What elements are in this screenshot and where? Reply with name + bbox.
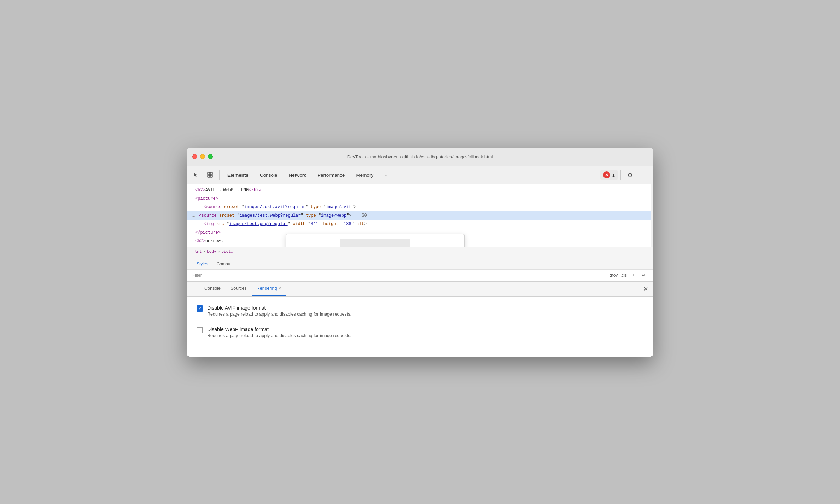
html-line[interactable]: <img src="images/test.png?regular" width… [187,220,653,228]
devtools-content: <h2>AVIF → WebP → PNG</h2> <picture> <so… [187,184,653,357]
elements-panel: <h2>AVIF → WebP → PNG</h2> <picture> <so… [187,184,653,247]
minimize-button[interactable] [200,154,205,159]
title-bar: DevTools - mathiasbynens.github.io/css-d… [187,148,653,166]
filter-placeholder: Filter [192,273,607,278]
more-options-button[interactable]: ⋮ [638,169,651,181]
tab-performance[interactable]: Performance [313,170,350,180]
avif-option-label: Disable AVIF image format [207,305,643,311]
breadcrumb-body[interactable]: body [207,249,216,254]
traffic-lights [192,154,213,159]
breadcrumb-picture[interactable]: pict… [221,249,233,254]
svg-rect-0 [208,172,210,175]
filter-icons: :hov .cls + ↩ [609,271,648,280]
toolbar-divider-2 [620,170,621,180]
webp-option-label: Disable WebP image format [207,327,643,332]
image-tooltip: WEBP 341 × 138 pixels currentSrc: https:… [286,234,465,247]
text-content: AVIF → WebP → PNG [205,188,249,193]
tag-h2-open: <h2> [195,188,205,193]
inspect-icon [207,172,213,178]
html-line[interactable]: <source srcset="images/test.avif?regular… [187,203,653,211]
avif-option-desc: Requires a page reload to apply and disa… [207,312,643,317]
checkbox-check-icon: ✓ [198,306,202,311]
settings-icon: ⚙ [627,171,633,179]
filter-return[interactable]: ↩ [639,271,648,280]
devtools-toolbar: Elements Console Network Performance Mem… [187,166,653,184]
html-line[interactable]: <picture> [187,194,653,203]
filter-cls[interactable]: .cls [619,271,628,280]
breadcrumb-html[interactable]: html [192,249,202,254]
svg-rect-2 [208,175,210,177]
svg-rect-3 [210,175,212,177]
tab-more[interactable]: » [380,170,392,180]
drawer-more-button[interactable]: ⋮ [189,284,199,294]
webp-option-text: Disable WebP image format Requires a pag… [207,327,643,338]
window-title: DevTools - mathiasbynens.github.io/css-d… [347,154,493,159]
tab-computed[interactable]: Comput… [212,259,240,269]
tab-console[interactable]: Console [255,170,282,180]
filter-hov[interactable]: :hov [609,271,618,280]
tab-elements[interactable]: Elements [222,170,253,180]
webp-checkbox[interactable] [197,327,203,333]
elements-scrollbar[interactable] [651,184,653,247]
avif-option-text: Disable AVIF image format Requires a pag… [207,305,643,317]
html-line[interactable]: <h2>AVIF → WebP → PNG</h2> [187,186,653,194]
tag-h2-close: </h2> [249,188,261,193]
cursor-icon [193,172,199,178]
breadcrumb: html › body › pict… [187,247,653,256]
html-line-selected[interactable]: … <source srcset="images/test.webp?regul… [187,211,653,220]
close-button[interactable] [192,154,197,159]
webp-option-desc: Requires a page reload to apply and disa… [207,333,643,338]
settings-button[interactable]: ⚙ [624,169,636,181]
tab-network[interactable]: Network [284,170,311,180]
more-options-icon: ⋮ [641,171,647,179]
inspect-icon-button[interactable] [204,169,216,181]
devtools-window: DevTools - mathiasbynens.github.io/css-d… [187,148,653,357]
rendering-panel: ✓ Disable AVIF image format Requires a p… [187,297,653,357]
bottom-drawer: ⋮ Console Sources Rendering ✕ ✕ [187,281,653,357]
drawer-close-button[interactable]: ✕ [641,284,651,294]
avif-checkbox[interactable]: ✓ [197,305,203,312]
maximize-button[interactable] [208,154,213,159]
filter-add[interactable]: + [629,271,638,280]
drawer-tab-rendering[interactable]: Rendering ✕ [252,282,287,296]
bottom-tabs: Styles Comput… [187,256,653,270]
cursor-icon-button[interactable] [189,169,202,181]
tooltip-image-preview: WEBP [340,239,410,247]
drawer-tabs: ⋮ Console Sources Rendering ✕ ✕ [187,282,653,297]
expand-dots[interactable]: … [192,212,195,219]
text-content: unknow… [205,239,223,244]
webp-option: Disable WebP image format Requires a pag… [197,327,643,338]
filter-row: Filter :hov .cls + ↩ [187,270,653,281]
drawer-tab-sources[interactable]: Sources [226,282,252,296]
avif-option: ✓ Disable AVIF image format Requires a p… [197,305,643,317]
drawer-tab-console[interactable]: Console [199,282,226,296]
svg-rect-1 [210,172,212,175]
rendering-tab-close[interactable]: ✕ [278,286,281,291]
error-badge[interactable]: ✕ 1 [600,170,618,180]
tab-memory[interactable]: Memory [351,170,378,180]
toolbar-divider [219,170,220,180]
error-icon: ✕ [603,171,610,178]
tab-styles[interactable]: Styles [192,259,212,269]
tag-picture: <picture> [195,196,218,201]
error-count: 1 [612,172,615,178]
